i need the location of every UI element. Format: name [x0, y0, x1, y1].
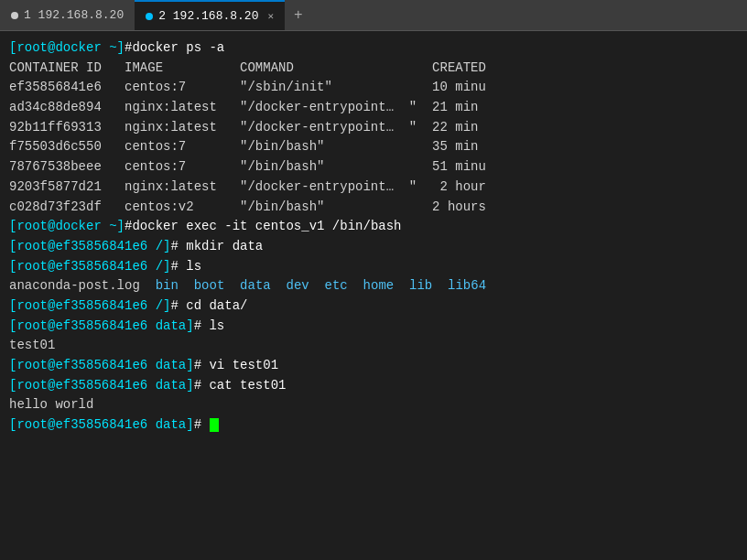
table-row: 92b11ff69313 nginx:latest "/docker-entry…	[9, 118, 738, 138]
cmd-mkdir-text: # mkdir data	[170, 239, 263, 253]
line-ls2: [root@ef35856841e6 data]# ls	[9, 317, 738, 337]
line-vi: [root@ef35856841e6 data]# vi test01	[9, 356, 738, 376]
line-header: CONTAINER ID IMAGE COMMAND CREATED	[9, 59, 738, 79]
cmd-cd-text: # cd data/	[170, 298, 247, 313]
terminal-area[interactable]: [root@docker ~]#docker ps -a CONTAINER I…	[0, 31, 747, 560]
tab-bar: 1 192.168.8.20 2 192.168.8.20 ✕ +	[0, 0, 747, 31]
cmd-ls1-text: # ls	[170, 259, 201, 274]
line-final-prompt: [root@ef35856841e6 data]#	[9, 415, 738, 436]
table-row: ad34c88de894 nginx:latest "/docker-entry…	[9, 98, 738, 118]
line-test01: test01	[9, 336, 738, 356]
line-cmd-docker-ps: [root@docker ~]#docker ps -a	[9, 38, 738, 59]
table-row: ef35856841e6 centos:7 "/sbin/init" 10 mi…	[9, 78, 738, 98]
cmd-final-text: #	[194, 417, 210, 432]
prompt-mkdir: [root@ef35856841e6 /]	[9, 239, 170, 253]
tab-2-dot	[146, 13, 153, 20]
prompt-cat: [root@ef35856841e6 data]	[9, 378, 194, 393]
line-mkdir: [root@ef35856841e6 /]# mkdir data	[9, 237, 738, 257]
table-row: f75503d6c550 centos:7 "/bin/bash" 35 min	[9, 137, 738, 157]
terminal-cursor	[210, 418, 219, 432]
line-cmd-exec: [root@docker ~]#docker exec -it centos_v…	[9, 217, 738, 237]
line-cat: [root@ef35856841e6 data]# cat test01	[9, 376, 738, 396]
cmd-text-1: #docker ps -a	[124, 40, 224, 55]
cmd-cat-text: # cat test01	[194, 378, 287, 393]
line-ls1: [root@ef35856841e6 /]# ls	[9, 257, 738, 277]
table-row: c028d73f23df centos:v2 "/bin/bash" 2 hou…	[9, 198, 738, 218]
prompt-cd: [root@ef35856841e6 /]	[9, 298, 170, 313]
tab-2-label: 2 192.168.8.20	[158, 9, 258, 23]
tab-1[interactable]: 1 192.168.8.20	[0, 0, 135, 30]
cmd-ls2-text: # ls	[194, 318, 225, 333]
table-row: 9203f5877d21 nginx:latest "/docker-entry…	[9, 178, 738, 198]
prompt-exec: [root@docker ~]	[9, 219, 124, 233]
tab-2-close-icon[interactable]: ✕	[267, 10, 274, 22]
tab-1-dot	[11, 12, 18, 19]
line-cd: [root@ef35856841e6 /]# cd data/	[9, 296, 738, 317]
line-ls-output: anaconda-post.log bin boot data dev etc …	[9, 276, 738, 296]
prompt-1: [root@docker ~]	[9, 40, 124, 55]
tab-1-label: 1 192.168.8.20	[24, 8, 124, 22]
prompt-final: [root@ef35856841e6 data]	[9, 417, 194, 432]
line-hello-world: hello world	[9, 395, 738, 415]
table-header: CONTAINER ID IMAGE COMMAND CREATED	[9, 60, 486, 75]
prompt-ls1: [root@ef35856841e6 /]	[9, 259, 170, 274]
cmd-vi-text: # vi test01	[194, 358, 278, 372]
tab-2[interactable]: 2 192.168.8.20 ✕	[135, 0, 285, 30]
table-row: 78767538beee centos:7 "/bin/bash" 51 min…	[9, 157, 738, 178]
cmd-exec-text: #docker exec -it centos_v1 /bin/bash	[124, 219, 401, 233]
tab-add-button[interactable]: +	[285, 0, 312, 31]
prompt-ls2: [root@ef35856841e6 data]	[9, 318, 194, 333]
prompt-vi: [root@ef35856841e6 data]	[9, 358, 194, 372]
